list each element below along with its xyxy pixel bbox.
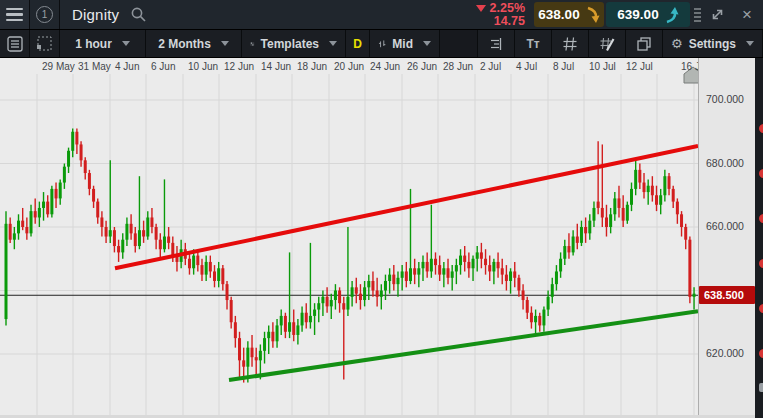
- clipped-panel-dot: [759, 259, 763, 268]
- chevron-down-icon: [329, 41, 337, 46]
- grip-icon: [694, 8, 701, 22]
- templates-dropdown[interactable]: Templates: [242, 30, 346, 57]
- ohlc-bars-icon: [378, 37, 386, 51]
- date-tick-label: 29 May: [42, 61, 75, 72]
- clipped-panel-dot: [759, 124, 763, 133]
- sell-button[interactable]: 638.00: [534, 2, 604, 27]
- grid-button[interactable]: [552, 30, 589, 57]
- date-tick-label: 4 Jul: [516, 61, 537, 72]
- arrow-down-icon: [586, 6, 600, 24]
- date-tick-label: 14 Jun: [261, 61, 291, 72]
- grid-icon: [562, 36, 578, 52]
- clipped-panel-dot: [759, 304, 763, 313]
- date-tick-label: 10 Jul: [589, 61, 616, 72]
- arrow-up-icon: [665, 6, 679, 24]
- search-icon: [130, 6, 147, 23]
- selection-region-icon: [36, 35, 53, 52]
- clipped-side-panel: [755, 58, 763, 418]
- topbar: 1 Dignity 2.25% 14.75 638.00 639.00: [0, 0, 763, 30]
- close-button[interactable]: ×: [731, 0, 763, 29]
- templates-label: Templates: [261, 37, 319, 51]
- search-button[interactable]: [127, 0, 149, 29]
- date-tick-label: 8 Jul: [553, 61, 574, 72]
- clipped-panel-button: [759, 383, 763, 392]
- daily-badge-button[interactable]: D: [346, 30, 370, 57]
- draw-pencil-icon: [599, 36, 615, 52]
- menu-button[interactable]: [0, 0, 30, 29]
- price-type-dropdown[interactable]: Mid: [370, 30, 440, 57]
- snapshot-button[interactable]: [30, 30, 60, 57]
- chevron-down-icon: [746, 41, 754, 46]
- chart-number-button[interactable]: 1: [30, 0, 60, 29]
- price-scale-button[interactable]: [478, 30, 515, 57]
- instrument-title: Dignity: [60, 0, 127, 29]
- interval-value: 1 hour: [75, 37, 112, 51]
- clipped-panel-dot: [759, 349, 763, 358]
- price-tick-label: 680.000: [706, 157, 744, 169]
- text-size-icon: Tт: [526, 37, 539, 51]
- toolbar-spacer: [440, 30, 478, 57]
- settings-label: Settings: [689, 37, 736, 51]
- clipped-panel-dot: [759, 169, 763, 178]
- date-tick-label: 18 Jun: [297, 61, 327, 72]
- change-absolute: 14.75: [494, 15, 525, 28]
- trading-chart-window: 1 Dignity 2.25% 14.75 638.00 639.00: [0, 0, 763, 418]
- cascade-windows-icon: [636, 36, 652, 52]
- expand-button[interactable]: [703, 0, 731, 29]
- sell-price: 638.00: [538, 7, 579, 22]
- chart-toolbar: 1 hour 2 Months Templates D: [0, 30, 763, 58]
- chevron-down-icon: [423, 41, 431, 46]
- settings-dropdown[interactable]: ⚙ Settings: [663, 30, 763, 57]
- chart-plot[interactable]: 29 May31 May4 Jun6 Jun10 Jun12 Jun14 Jun…: [0, 58, 698, 418]
- scale-lines-icon: [488, 36, 504, 52]
- price-panel-grip[interactable]: [691, 0, 703, 29]
- date-tick-label: 28 Jun: [443, 61, 473, 72]
- clipped-panel-dot: [759, 214, 763, 223]
- date-tick-label: 31 May: [78, 61, 111, 72]
- daily-badge: D: [353, 37, 362, 51]
- expand-icon: [710, 7, 725, 22]
- orderbook-button[interactable]: [0, 30, 30, 57]
- chevron-down-icon: [221, 41, 229, 46]
- interval-dropdown[interactable]: 1 hour: [60, 30, 146, 57]
- hamburger-icon: [6, 8, 23, 22]
- range-value: 2 Months: [158, 37, 211, 51]
- draw-button[interactable]: [589, 30, 626, 57]
- price-tick-label: 660.000: [706, 220, 744, 232]
- price-change-block: 2.25% 14.75: [468, 0, 533, 29]
- date-tick-label: 20 Jun: [334, 61, 364, 72]
- sliders-icon: [250, 37, 255, 51]
- range-dropdown[interactable]: 2 Months: [146, 30, 242, 57]
- text-size-button[interactable]: Tт: [515, 30, 552, 57]
- price-axis[interactable]: 638.500 700.000680.000660.000620.000: [698, 58, 755, 418]
- buy-button[interactable]: 639.00: [606, 2, 690, 27]
- change-percent: 2.25%: [490, 2, 525, 15]
- chart-number-icon: 1: [36, 6, 53, 23]
- date-tick-label: 10 Jun: [188, 61, 218, 72]
- chevron-down-icon: [122, 41, 130, 46]
- price-type-value: Mid: [392, 37, 413, 51]
- date-tick-label: 12 Jun: [224, 61, 254, 72]
- date-tick-label: 6 Jun: [151, 61, 175, 72]
- candlestick-canvas[interactable]: [0, 58, 698, 418]
- date-tick-label: 2 Jul: [480, 61, 501, 72]
- date-tick-label: 24 Jun: [370, 61, 400, 72]
- list-icon: [7, 36, 23, 52]
- cascade-windows-button[interactable]: [626, 30, 663, 57]
- topbar-spacer: [149, 0, 467, 29]
- current-price-tag: 638.500: [699, 286, 755, 304]
- close-icon: ×: [742, 5, 752, 25]
- chart-area: 29 May31 May4 Jun6 Jun10 Jun12 Jun14 Jun…: [0, 58, 763, 418]
- date-tick-label: 12 Jul: [626, 61, 653, 72]
- gear-icon: ⚙: [671, 36, 683, 51]
- price-tick-label: 620.000: [706, 347, 744, 359]
- buy-price: 639.00: [617, 7, 658, 22]
- change-down-triangle-icon: [476, 5, 486, 12]
- price-tick-label: 700.000: [706, 93, 744, 105]
- date-tick-label: 4 Jun: [115, 61, 139, 72]
- date-tick-label: 26 Jun: [407, 61, 437, 72]
